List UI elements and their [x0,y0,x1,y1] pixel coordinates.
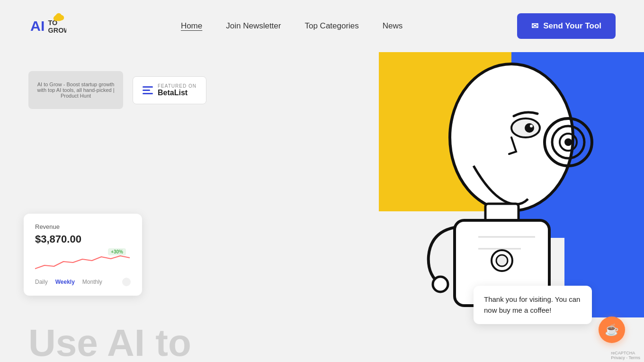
thank-you-tooltip: Thank you for visiting. You can now buy … [474,286,592,324]
tab-settings-icon[interactable] [122,278,131,286]
svg-point-13 [525,123,534,133]
right-hero [379,52,644,317]
svg-text:AI: AI [30,18,45,34]
big-heading: Use AI to [28,324,191,362]
svg-point-21 [433,277,448,292]
tab-daily[interactable]: Daily [35,279,48,285]
send-tool-button[interactable]: ✉ Send Your Tool [517,13,616,39]
robot-illustration [379,52,644,317]
betalist-name: BetaList [158,89,197,97]
buy-coffee-button[interactable]: ☕ [599,317,625,343]
betalist-lines-icon [143,86,153,94]
big-heading-text: Use AI to [28,322,191,362]
product-hunt-badge[interactable]: AI to Grow - Boost startup growth with t… [28,71,123,109]
revenue-growth-badge: +30% [108,248,126,255]
svg-text:GROW: GROW [48,27,66,34]
nav-item-home[interactable]: Home [181,21,202,31]
nav-item-categories[interactable]: Top Categories [304,21,358,31]
betalist-featured-on: FEATURED ON [158,83,197,89]
svg-point-20 [496,255,508,266]
tab-weekly[interactable]: Weekly [55,279,75,285]
revenue-amount: $3,870.00 [35,233,131,245]
product-hunt-text: AI to Grow - Boost startup growth with t… [31,80,121,100]
revenue-tabs: Daily Weekly Monthly [35,278,131,286]
navbar: AI TO GROW Home Join Newsletter Top Cate… [0,0,644,52]
nav-item-news[interactable]: News [383,21,403,31]
envelope-icon: ✉ [531,21,538,31]
revenue-card: Revenue $3,870.00 +30% Daily Weekly Mont… [24,214,142,296]
recaptcha-notice: reCAPTCHAPrivacy - Terms [607,349,644,362]
revenue-label: Revenue [35,223,131,230]
betalist-text: FEATURED ON BetaList [158,83,197,97]
svg-point-6 [59,15,64,20]
logo-area: AI TO GROW [28,7,66,45]
svg-point-11 [564,138,572,146]
robot-svg [417,52,606,317]
hero-background [379,52,644,317]
main-content: AI to Grow - Boost startup growth with t… [0,52,644,362]
coffee-icon: ☕ [605,323,619,336]
nav-links: Home Join Newsletter Top Categories News [181,21,402,31]
tab-monthly[interactable]: Monthly [82,279,102,285]
svg-point-14 [530,125,533,127]
tooltip-text: Thank you for visiting. You can now buy … [484,295,580,314]
betalist-badge[interactable]: FEATURED ON BetaList [133,76,206,104]
logo-image: AI TO GROW [28,7,66,45]
nav-item-newsletter[interactable]: Join Newsletter [226,21,281,31]
send-tool-label: Send Your Tool [543,21,601,31]
